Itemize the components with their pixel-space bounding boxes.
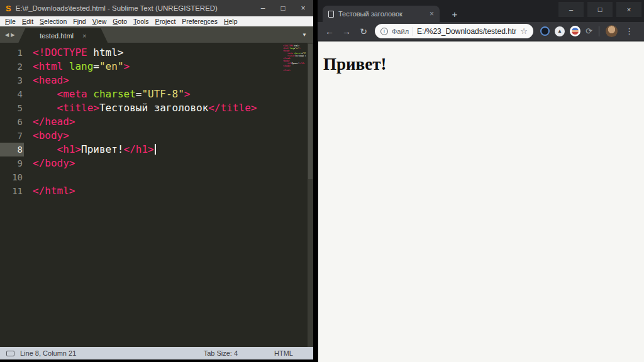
line-number: 2 xyxy=(0,60,24,74)
tab-scroll-left-icon[interactable]: ◀ xyxy=(5,32,9,38)
code-lines[interactable]: <!DOCTYPE html><html lang="en"><head> <m… xyxy=(33,46,257,198)
status-bar: Line 8, Column 21 Tab Size: 4 HTML xyxy=(0,347,313,359)
minimize-icon[interactable]: – xyxy=(253,0,273,16)
extension-icon-1[interactable] xyxy=(540,26,550,36)
menu-item-tools[interactable]: Tools xyxy=(130,18,152,25)
browser-tab[interactable]: Тестовый заголовок × xyxy=(323,6,440,22)
extension-icon-2[interactable]: ▲ xyxy=(555,26,565,36)
browser-maximize-icon[interactable]: □ xyxy=(587,2,613,17)
code-line[interactable]: <meta charset="UTF-8"> xyxy=(33,87,257,101)
line-number-gutter: 1234567891011 xyxy=(0,46,24,198)
code-line[interactable]: </html> xyxy=(283,70,306,72)
browser-minimize-icon[interactable]: – xyxy=(558,2,584,17)
chrome-window: Тестовый заголовок × + – □ × ← → ↻ i Фай… xyxy=(318,0,644,362)
syntax-indicator[interactable]: HTML xyxy=(274,349,293,357)
panel-toggle-icon[interactable] xyxy=(6,351,14,356)
line-number: 10 xyxy=(0,170,24,184)
tab-scroll-right-icon[interactable]: ▶ xyxy=(11,32,14,38)
browser-toolbar: ← → ↻ i Файл E:/%23_Downloads/tested.htm… xyxy=(318,22,644,41)
browser-tab-title: Тестовый заголовок xyxy=(338,10,425,18)
page-info-icon[interactable]: i xyxy=(380,28,388,35)
menu-item-selection[interactable]: Selection xyxy=(36,18,70,25)
omnibox-divider xyxy=(413,27,413,36)
extension-icon-4[interactable]: ⟳ xyxy=(586,26,592,36)
tab-close-icon[interactable]: × xyxy=(82,32,86,40)
code-editor[interactable]: 1234567891011 <!DOCTYPE html><html lang=… xyxy=(0,43,313,347)
address-bar[interactable]: i Файл E:/%23_Downloads/tested.html ☆ xyxy=(375,24,533,38)
code-line[interactable]: <body> xyxy=(33,129,257,143)
new-tab-button[interactable]: + xyxy=(447,6,462,21)
code-line[interactable]: <title>Тестовый заголовок</title> xyxy=(33,101,257,115)
page-file-icon xyxy=(328,11,334,18)
back-icon[interactable]: ← xyxy=(322,26,337,36)
menu-item-help[interactable]: Help xyxy=(221,18,241,25)
url-text[interactable]: E:/%23_Downloads/tested.html xyxy=(417,27,516,36)
maximize-icon[interactable]: □ xyxy=(273,0,293,16)
window-title: E:\#_Downloads\tested.html - Sublime Tex… xyxy=(16,4,218,12)
browser-menu-icon[interactable]: ⋮ xyxy=(625,26,633,36)
browser-viewport[interactable]: Привет! xyxy=(318,41,644,362)
line-number: 6 xyxy=(0,115,24,129)
editor-tab-label: tested.html xyxy=(40,32,74,40)
close-icon[interactable]: × xyxy=(293,0,313,16)
code-line[interactable]: </body> xyxy=(33,156,257,170)
tab-size-indicator[interactable]: Tab Size: 4 xyxy=(204,349,238,357)
page-heading: Привет! xyxy=(323,55,639,74)
menu-item-preferences[interactable]: Preferences xyxy=(179,18,221,25)
forward-icon[interactable]: → xyxy=(339,26,354,36)
code-line[interactable]: <!DOCTYPE html> xyxy=(33,46,257,60)
menu-item-find[interactable]: Find xyxy=(70,18,89,25)
line-number: 9 xyxy=(0,156,24,170)
line-number: 5 xyxy=(0,101,24,115)
extensions-area: ▲ ⟳ ⋮ xyxy=(540,25,636,37)
line-number: 1 xyxy=(0,46,24,60)
browser-tab-strip: Тестовый заголовок × + – □ × xyxy=(318,0,644,22)
code-line[interactable]: </head> xyxy=(33,115,257,129)
code-lines[interactable]: <!DOCTYPE html><html lang="en"><head> <m… xyxy=(283,45,306,72)
scheme-chip: Файл xyxy=(392,28,409,35)
menu-bar: FileEditSelectionFindViewGotoToolsProjec… xyxy=(0,16,313,26)
code-line[interactable]: <head> xyxy=(33,74,257,87)
profile-avatar[interactable] xyxy=(606,25,618,37)
text-cursor xyxy=(155,144,156,155)
extension-icon-3[interactable] xyxy=(570,26,580,36)
menu-item-project[interactable]: Project xyxy=(152,18,179,25)
code-line[interactable]: </html> xyxy=(33,184,257,198)
reload-icon[interactable]: ↻ xyxy=(356,26,371,36)
sublime-titlebar: S E:\#_Downloads\tested.html - Sublime T… xyxy=(0,0,313,16)
sublime-logo-icon: S xyxy=(6,4,11,13)
editor-scrollbar[interactable] xyxy=(308,43,313,347)
menu-item-goto[interactable]: Goto xyxy=(109,18,130,25)
bookmark-star-icon[interactable]: ☆ xyxy=(520,26,528,36)
editor-tab-tested-html[interactable]: tested.html × xyxy=(18,28,108,43)
code-line[interactable]: <html lang="en"> xyxy=(33,60,257,74)
editor-scrollbar-thumb[interactable] xyxy=(308,44,313,179)
line-number: 8 xyxy=(0,143,24,156)
code-line[interactable]: <h1>Привет!</h1> xyxy=(33,143,257,156)
cursor-position: Line 8, Column 21 xyxy=(20,349,204,357)
line-number: 11 xyxy=(0,184,24,198)
line-number: 3 xyxy=(0,74,24,87)
menu-item-edit[interactable]: Edit xyxy=(19,18,36,25)
code-line[interactable] xyxy=(33,170,257,184)
browser-tab-close-icon[interactable]: × xyxy=(430,9,434,18)
sublime-window: S E:\#_Downloads\tested.html - Sublime T… xyxy=(0,0,313,359)
minimap[interactable]: <!DOCTYPE html><html lang="en"><head> <m… xyxy=(283,45,306,101)
tab-overflow-icon[interactable]: ▼ xyxy=(302,32,307,38)
menu-item-view[interactable]: View xyxy=(89,18,110,25)
menu-item-file[interactable]: File xyxy=(2,18,19,25)
editor-tab-bar: ◀ ▶ tested.html × ▼ xyxy=(0,26,313,43)
line-number: 4 xyxy=(0,87,24,101)
line-number: 7 xyxy=(0,129,24,143)
toolbar-divider xyxy=(599,26,599,36)
browser-close-icon[interactable]: × xyxy=(616,2,641,17)
